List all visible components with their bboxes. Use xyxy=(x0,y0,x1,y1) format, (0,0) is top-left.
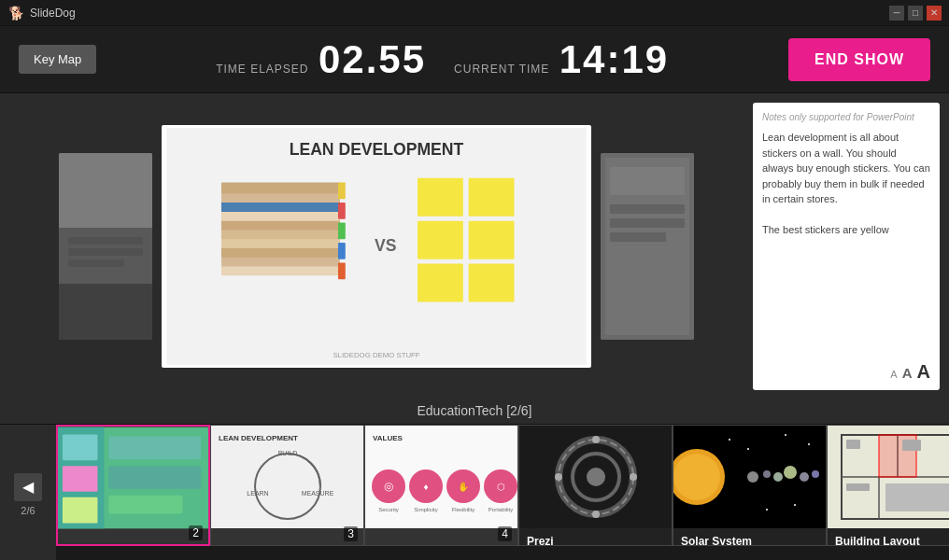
thumbnail-preview xyxy=(58,427,208,529)
svg-point-85 xyxy=(747,448,749,450)
thumbnail-preview: VALUES ◎ ♦ ✋ ⬡ Security Simplicity Flexi… xyxy=(365,426,517,528)
app-icon: 🐕 xyxy=(7,5,24,21)
svg-rect-20 xyxy=(338,203,346,219)
thumbnail-strip: ◀ 2/6 2 xyxy=(0,424,949,560)
svg-rect-26 xyxy=(469,178,515,217)
thumb-svg: LEAN DEVELOPMENT BUILD LEARN MEASURE xyxy=(211,426,363,528)
title-bar: 🐕 SlideDog ─ □ ✕ xyxy=(0,0,949,26)
svg-text:Simplicity: Simplicity xyxy=(414,507,437,512)
svg-text:Security: Security xyxy=(378,507,399,512)
notes-header: Notes only supported for PowerPoint xyxy=(762,112,930,122)
svg-text:Portability: Portability xyxy=(489,507,513,512)
thumbnail-item[interactable]: LEAN DEVELOPMENT BUILD LEARN MEASURE 3 xyxy=(210,425,364,546)
svg-rect-3 xyxy=(59,284,152,340)
svg-point-84 xyxy=(729,439,730,441)
minimize-button[interactable]: ─ xyxy=(889,6,904,21)
thumbnail-nav: ◀ 2/6 xyxy=(0,425,56,560)
top-bar: Key Map TIME ELAPSED 02.55 CURRENT TIME … xyxy=(0,26,949,93)
thumb-title: Building Layout xyxy=(835,535,949,547)
thumb-title: Solar System xyxy=(681,535,818,547)
svg-point-78 xyxy=(747,471,758,483)
close-button[interactable]: ✕ xyxy=(927,6,942,21)
svg-rect-98 xyxy=(902,440,921,451)
time-elapsed-value: 02.55 xyxy=(319,37,426,81)
restore-button[interactable]: □ xyxy=(908,6,923,21)
thumbnail-item[interactable]: Building Layout PDF xyxy=(827,425,949,546)
svg-text:◎: ◎ xyxy=(384,480,393,493)
thumbnail-preview: LEAN DEVELOPMENT BUILD LEARN MEASURE xyxy=(211,426,363,528)
svg-point-87 xyxy=(808,443,810,445)
thumb-number: 2 xyxy=(189,525,203,540)
svg-rect-29 xyxy=(418,264,463,302)
svg-rect-27 xyxy=(418,221,463,259)
font-size-medium-button[interactable]: A xyxy=(902,365,913,381)
thumb-number: 3 xyxy=(344,526,358,541)
svg-rect-37 xyxy=(610,232,666,242)
thumbnail-preview xyxy=(828,426,949,528)
svg-rect-43 xyxy=(63,435,98,461)
current-time-label: CURRENT TIME xyxy=(454,63,549,76)
svg-text:VALUES: VALUES xyxy=(373,434,404,442)
svg-point-74 xyxy=(555,473,562,481)
svg-point-80 xyxy=(773,472,783,482)
keymap-button[interactable]: Key Map xyxy=(19,45,96,74)
title-bar-controls: ─ □ ✕ xyxy=(889,6,942,21)
notes-footer: A A A xyxy=(890,361,930,383)
end-show-button[interactable]: END SHOW xyxy=(788,38,930,81)
svg-text:LEAN DEVELOPMENT: LEAN DEVELOPMENT xyxy=(290,140,464,159)
svg-point-81 xyxy=(784,466,797,479)
thumbnail-item[interactable]: Prezi PREZI xyxy=(518,425,673,546)
thumbnail-label: Prezi PREZI xyxy=(519,528,672,546)
svg-rect-18 xyxy=(221,183,340,194)
svg-text:♦: ♦ xyxy=(423,482,428,492)
svg-rect-45 xyxy=(63,497,98,524)
thumb-svg: VALUES ◎ ♦ ✋ ⬡ Security Simplicity Flexi… xyxy=(365,426,517,528)
svg-point-70 xyxy=(587,468,605,486)
prev-slide-svg xyxy=(59,153,152,340)
svg-rect-25 xyxy=(418,178,463,217)
current-time-value: 14:19 xyxy=(559,37,669,81)
font-size-large-button[interactable]: A xyxy=(917,361,930,383)
svg-rect-97 xyxy=(846,440,860,449)
svg-rect-30 xyxy=(469,264,515,302)
svg-point-72 xyxy=(630,473,637,481)
svg-rect-100 xyxy=(885,483,949,511)
thumbnail-item[interactable]: 2 xyxy=(56,425,210,546)
time-elapsed-label: TIME ELAPSED xyxy=(216,63,308,76)
notes-body: Lean development is all about stickers o… xyxy=(762,130,930,238)
svg-point-79 xyxy=(763,470,771,478)
current-time-group: CURRENT TIME 14:19 xyxy=(454,37,669,82)
svg-rect-28 xyxy=(469,221,515,259)
thumbnails-container: ◀ 2/6 2 xyxy=(0,425,949,560)
thumbnail-item[interactable]: Solar System IMG xyxy=(673,425,827,546)
app-title: SlideDog xyxy=(30,7,76,20)
nav-counter: 2/6 xyxy=(21,505,35,516)
thumbnail-item[interactable]: VALUES ◎ ♦ ✋ ⬡ Security Simplicity Flexi… xyxy=(364,425,518,546)
svg-text:SLIDEDOG DEMO STUFF: SLIDEDOG DEMO STUFF xyxy=(333,351,419,359)
svg-rect-41 xyxy=(108,466,201,489)
svg-rect-36 xyxy=(610,218,685,228)
font-size-small-button[interactable]: A xyxy=(890,369,897,380)
svg-point-83 xyxy=(812,470,819,478)
svg-rect-4 xyxy=(68,237,143,245)
previous-slide-preview[interactable] xyxy=(59,153,152,340)
svg-rect-22 xyxy=(338,243,346,259)
svg-point-71 xyxy=(592,436,600,443)
thumb-number: 4 xyxy=(498,526,512,541)
svg-point-88 xyxy=(766,509,768,511)
slide-viewer: LEAN DEVELOPMENT xyxy=(9,103,744,390)
svg-rect-40 xyxy=(108,437,201,460)
slide-label: EducationTech [2/6] xyxy=(0,399,949,424)
next-slide-preview[interactable] xyxy=(601,153,694,340)
svg-rect-42 xyxy=(108,496,182,514)
svg-point-82 xyxy=(800,472,809,482)
nav-back-button[interactable]: ◀ xyxy=(14,473,42,501)
svg-rect-21 xyxy=(338,223,346,240)
svg-rect-35 xyxy=(610,204,685,214)
svg-text:✋: ✋ xyxy=(458,481,470,493)
time-elapsed-group: TIME ELAPSED 02.55 xyxy=(216,37,426,82)
svg-rect-44 xyxy=(63,466,98,492)
svg-point-77 xyxy=(673,454,720,500)
timer-section: TIME ELAPSED 02.55 CURRENT TIME 14:19 xyxy=(216,37,669,82)
thumbnail-preview xyxy=(673,426,826,528)
